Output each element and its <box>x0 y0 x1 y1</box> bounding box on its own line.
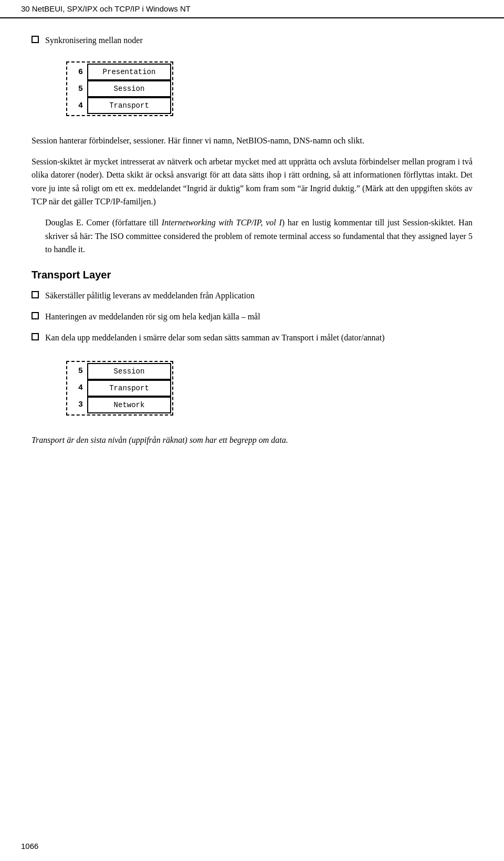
page-header: 30 NetBEUI, SPX/IPX och TCP/IP i Windows… <box>0 0 504 18</box>
bullet-transport-2: Hanteringen av meddelanden rör sig om he… <box>32 310 472 323</box>
checkbox-icon-1 <box>32 291 39 298</box>
osi-row-b3: 3 Network <box>68 397 171 413</box>
osi-label-b-session: Session <box>87 363 171 380</box>
osi-number-b4: 4 <box>68 383 87 392</box>
bullet-transport-2-text: Hanteringen av meddelanden rör sig om he… <box>45 310 472 323</box>
osi-diagram-bottom: 5 Session 4 Transport 3 Network <box>45 352 472 424</box>
osi-number-6: 6 <box>68 68 87 77</box>
osi-diagram-top: 6 Presentation 5 Session 4 Transport <box>45 53 472 125</box>
bullet-synkronisering-text: Synkronisering mellan noder <box>45 34 472 47</box>
paragraph-1: Session hanterar förbindelser, sessioner… <box>32 134 472 148</box>
osi-row-b4: 4 Transport <box>68 380 171 397</box>
checkbox-icon-3 <box>32 333 39 340</box>
bullet-synkronisering: Synkronisering mellan noder <box>32 34 472 47</box>
osi-row-5: 5 Session <box>68 80 171 97</box>
osi-row-b5: 5 Session <box>68 363 171 380</box>
osi-label-b-network: Network <box>87 397 171 413</box>
osi-row-6: 6 Presentation <box>68 64 171 80</box>
header-title: 30 NetBEUI, SPX/IPX och TCP/IP i Windows… <box>21 4 191 13</box>
bullet-transport-3: Kan dela upp meddelanden i smärre delar … <box>32 331 472 344</box>
checkbox-icon-2 <box>32 312 39 319</box>
osi-row-4: 4 Transport <box>68 97 171 114</box>
section-heading-transport: Transport Layer <box>32 269 472 281</box>
osi-diagram-box-bottom: 5 Session 4 Transport 3 Network <box>66 361 173 416</box>
content-area: Synkronisering mellan noder 6 Presentati… <box>0 18 504 475</box>
paragraph-2: Session-skiktet är mycket intresserat av… <box>32 155 472 209</box>
osi-number-5: 5 <box>68 85 87 94</box>
bullet-transport-1: Säkerställer pålitlig leverans av meddel… <box>32 289 472 302</box>
page-container: 30 NetBEUI, SPX/IPX och TCP/IP i Windows… <box>0 0 504 861</box>
bullet-transport-3-text: Kan dela upp meddelanden i smärre delar … <box>45 331 472 344</box>
page-number: 1066 <box>21 842 38 850</box>
bullet-transport-1-text: Säkerställer pålitlig leverans av meddel… <box>45 289 472 302</box>
osi-label-b-transport: Transport <box>87 380 171 397</box>
osi-number-b5: 5 <box>68 367 87 376</box>
osi-label-transport: Transport <box>87 97 171 114</box>
paragraph-3: Douglas E. Comer (författare till Intern… <box>45 216 472 256</box>
caption-transport: Transport är den sista nivån (uppifrån r… <box>32 433 472 447</box>
osi-diagram-box-top: 6 Presentation 5 Session 4 Transport <box>66 61 173 116</box>
osi-number-b3: 3 <box>68 400 87 409</box>
checkbox-icon <box>32 36 39 43</box>
osi-label-session: Session <box>87 80 171 97</box>
osi-number-4: 4 <box>68 101 87 110</box>
osi-label-presentation: Presentation <box>87 64 171 80</box>
